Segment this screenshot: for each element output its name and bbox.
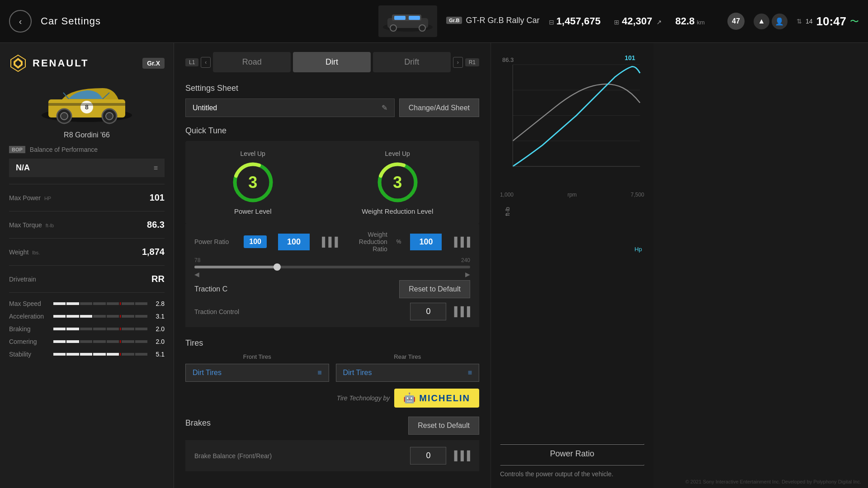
tire-tech-label: Tire Technology by (337, 394, 390, 402)
tires-title: Tires (185, 338, 479, 348)
seg (80, 315, 92, 318)
top-stats: ⊟ 1,457,675 ⊞ 42,307 ↗ 82.8 km (549, 15, 705, 27)
tab-road[interactable]: Road (213, 52, 291, 72)
quick-tune-section: Quick Tune Level Up 3 Power Level (185, 126, 479, 327)
distance-value: 82.8 (675, 15, 695, 27)
brake-balance-row: Brake Balance (Front/Rear) 0 ▐▐▐ (194, 447, 470, 465)
seg (53, 353, 66, 356)
power-ratio-value[interactable]: 100 (278, 234, 310, 250)
chart-x-unit: rpm (567, 192, 577, 198)
sheet-row: Untitled ✎ Change/Add Sheet (185, 99, 479, 117)
front-tire-select[interactable]: Dirt Tires ≡ (185, 364, 329, 382)
page-title: Car Settings (41, 15, 101, 27)
ratio-section: Power Ratio 100 100 ▐▐▐ Weight Reduction… (185, 224, 479, 327)
na-box: N/A ≡ (9, 159, 165, 177)
slider-track[interactable] (194, 266, 470, 268)
divider-4 (9, 265, 165, 266)
content-area[interactable]: L1 ‹ Road Dirt Drift › R1 Settings Sheet… (174, 43, 491, 488)
tab-bar: L1 ‹ Road Dirt Drift › R1 (185, 52, 479, 72)
tab-drift[interactable]: Drift (373, 52, 451, 72)
seg (135, 328, 147, 330)
bop-row: BOP Balance of Performance (9, 146, 165, 153)
wifi-icon: 〜 (850, 15, 859, 28)
rear-tires-label: Rear Tires (336, 353, 480, 360)
michelin-row: Tire Technology by 🤖 MICHELIN (185, 389, 479, 408)
brake-balance-value[interactable]: 0 (410, 447, 446, 465)
rating-braking: Braking 2.0 (9, 323, 165, 335)
change-sheet-button[interactable]: Change/Add Sheet (399, 99, 479, 117)
seg (80, 328, 92, 330)
chart-x-labels: 1,000 rpm 7,500 (500, 189, 644, 200)
sidebar: RENAULT Gr.X 8 R8 Gordin (0, 43, 174, 488)
seg (107, 340, 119, 343)
car-grade-badge: Gr.B (446, 17, 462, 24)
seg (135, 340, 147, 343)
slider-left-button[interactable]: ◀ (194, 271, 199, 278)
seg (53, 315, 66, 318)
tires-section: Tires Front Tires Dirt Tires ≡ Rear Tire… (185, 338, 479, 408)
seg (122, 315, 134, 318)
seg (93, 302, 105, 305)
clock-area: ⇅ 14 10:47 〜 (797, 14, 859, 28)
stat-weight-label: Weight lbs. (9, 249, 40, 256)
tab-next-button[interactable]: › (453, 57, 463, 68)
weight-ratio-value[interactable]: 100 (410, 234, 442, 250)
seg (93, 340, 105, 343)
back-button[interactable]: ‹ (9, 10, 32, 33)
svg-point-15 (61, 113, 68, 120)
seg-marker (120, 328, 121, 330)
slider-range: 78 240 (194, 257, 470, 263)
seg (66, 340, 79, 343)
weight-level-dial[interactable]: 3 (376, 161, 419, 204)
weight-level-label: Weight Reduction Level (362, 207, 433, 215)
rear-tire-select[interactable]: Dirt Tires ≡ (336, 364, 480, 382)
icon-group: ▲ 👤 (754, 14, 788, 29)
power-ratio-panel-title: Power Ratio (500, 449, 644, 459)
slider-thumb[interactable] (274, 263, 281, 271)
rating-cornering-bar (53, 340, 147, 343)
slider-max: 240 (461, 257, 470, 263)
reset-to-default-button[interactable]: Reset to Default (399, 280, 470, 298)
main-area: L1 ‹ Road Dirt Drift › R1 Settings Sheet… (174, 43, 868, 488)
seg (80, 340, 92, 343)
rating-braking-value: 2.0 (151, 325, 165, 333)
user-icon: 👤 (772, 14, 788, 29)
stat-max-torque: Max Torque ft-lb 86.3 (9, 216, 165, 234)
car-model-name: R8 Gordini '66 (9, 131, 165, 139)
michelin-bib-icon: 🤖 (403, 392, 415, 404)
slider-right-button[interactable]: ▶ (465, 271, 470, 278)
seg (107, 353, 119, 356)
seg (93, 353, 105, 356)
rating-acceleration-bar (53, 315, 147, 318)
chart-y-86: 86.3 (502, 56, 514, 63)
stat-weight: Weight lbs. 1,874 (9, 243, 165, 261)
sheet-name-text: Untitled (193, 104, 217, 112)
brand-name: RENAULT (33, 57, 89, 69)
seg (66, 315, 79, 318)
title-divider (500, 465, 644, 465)
renault-logo (9, 54, 27, 72)
slider-fill (194, 266, 277, 268)
chart-hp-label: Hp (634, 246, 642, 253)
brake-balance-label: Brake Balance (Front/Rear) (194, 452, 406, 460)
tab-prev-button[interactable]: ‹ (201, 57, 211, 68)
front-tires-col: Front Tires Dirt Tires ≡ (185, 353, 329, 382)
level-badge: 47 (727, 13, 745, 30)
seg-marker (120, 315, 121, 318)
divider-5 (9, 292, 165, 293)
tab-dirt[interactable]: Dirt (293, 52, 371, 72)
power-ratio-label: Power Ratio (194, 238, 235, 245)
traction-control-value[interactable]: 0 (410, 303, 446, 320)
stat-drivetrain-label: Drivetrain (9, 276, 36, 283)
brakes-reset-button[interactable]: Reset to Default (408, 417, 479, 435)
svg-rect-5 (394, 16, 406, 20)
power-ratio-tooltip: 100 (244, 235, 267, 248)
weight-ratio-label: Weight Reduction Ratio (347, 231, 387, 253)
sheet-name-input[interactable]: Untitled ✎ (185, 99, 395, 117)
mileage-value: 42,307 (622, 15, 652, 27)
brakes-content: Brake Balance (Front/Rear) 0 ▐▐▐ (185, 440, 479, 471)
connection-icon: ⇅ (797, 18, 802, 25)
power-level-dial[interactable]: 3 (231, 161, 274, 204)
credits-stat: ⊟ 1,457,675 (549, 15, 601, 27)
seg-marker (120, 340, 121, 343)
